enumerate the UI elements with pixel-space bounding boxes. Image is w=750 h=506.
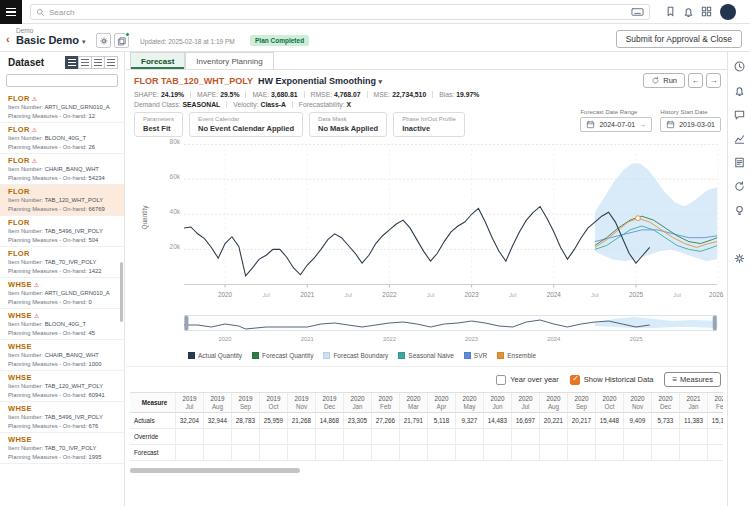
notification-bell-icon[interactable]	[682, 5, 695, 18]
table-cell[interactable]: 21,791	[400, 413, 428, 429]
table-cell[interactable]: 5,733	[652, 413, 680, 429]
view-grid-button[interactable]	[91, 56, 105, 69]
year-over-year-checkbox[interactable]	[496, 375, 506, 385]
table-cell[interactable]	[204, 429, 232, 445]
duplicate-plan-button[interactable]	[114, 33, 129, 48]
table-cell[interactable]: 32,944	[204, 413, 232, 429]
table-cell[interactable]	[204, 445, 232, 461]
table-cell[interactable]: 14,483	[484, 413, 512, 429]
table-cell[interactable]: 14,868	[316, 413, 344, 429]
scrollbar-thumb[interactable]	[130, 468, 300, 473]
plan-title-selector[interactable]: Basic Demo ▾	[16, 34, 86, 46]
setting-card[interactable]: Event Calendar No Event Calendar Applied	[189, 112, 303, 137]
table-cell[interactable]: 5,118	[428, 413, 456, 429]
table-cell[interactable]: 32,204	[176, 413, 204, 429]
dataset-list-item[interactable]: WHSE⚠ Item Number: TAB_70_IVR_POLY Plann…	[0, 433, 124, 464]
table-cell[interactable]	[428, 429, 456, 445]
table-cell[interactable]	[624, 445, 652, 461]
table-cell[interactable]	[372, 429, 400, 445]
table-cell[interactable]	[652, 429, 680, 445]
legend-item[interactable]: SVR	[464, 352, 487, 359]
global-search[interactable]	[30, 4, 650, 20]
table-cell[interactable]: 9,327	[456, 413, 484, 429]
setting-card[interactable]: Phase In/Out Profile Inactive	[393, 112, 465, 137]
table-cell[interactable]	[540, 429, 568, 445]
table-cell[interactable]	[652, 445, 680, 461]
dataset-list-item[interactable]: WHSE⚠ Item Number: ARTI_GLND_GRN010_A Pl…	[0, 278, 124, 309]
show-historical-toggle[interactable]: Show Historical Data	[570, 375, 654, 385]
table-cell[interactable]	[428, 445, 456, 461]
search-input[interactable]	[49, 8, 631, 17]
legend-item[interactable]: Forecast Quantity	[252, 352, 313, 359]
legend-item[interactable]: Ensemble	[497, 352, 536, 359]
table-cell[interactable]	[288, 429, 316, 445]
tab[interactable]: Inventory Planning	[185, 52, 273, 69]
table-cell[interactable]	[512, 429, 540, 445]
back-chevron-icon[interactable]: ‹	[6, 33, 10, 45]
table-cell[interactable]: 16,697	[512, 413, 540, 429]
table-cell[interactable]	[708, 445, 723, 461]
table-cell[interactable]	[596, 429, 624, 445]
table-cell[interactable]	[708, 429, 723, 445]
prev-item-button[interactable]: ←	[688, 73, 703, 88]
table-cell[interactable]	[344, 429, 372, 445]
table-cell[interactable]	[680, 445, 708, 461]
legend-item[interactable]: Forecast Boundary	[323, 352, 388, 359]
table-cell[interactable]	[512, 445, 540, 461]
view-list-button[interactable]	[65, 56, 79, 69]
table-cell[interactable]	[288, 445, 316, 461]
legend-item[interactable]: Seasonal Naive	[398, 352, 454, 359]
table-cell[interactable]	[400, 429, 428, 445]
table-cell[interactable]	[316, 429, 344, 445]
table-cell[interactable]	[316, 445, 344, 461]
chart-range-selector[interactable]: 2020 2021 2022 2023 2024 2025	[184, 314, 724, 344]
table-cell[interactable]	[176, 445, 204, 461]
menu-button[interactable]	[0, 0, 22, 24]
date-input[interactable]: 2019-03-01	[660, 117, 721, 132]
insights-bulb-icon[interactable]	[733, 204, 746, 217]
dataset-list-item[interactable]: WHSE⚠ Item Number: CHAIR_BANQ_WHT Planni…	[0, 340, 124, 371]
dataset-list-item[interactable]: WHSE⚠ Item Number: TAB_120_WHT_POLY Plan…	[0, 371, 124, 402]
table-cell[interactable]	[232, 429, 260, 445]
dataset-list-item[interactable]: FLOR⚠ Item Number: TAB_5496_IVR_POLY Pla…	[0, 216, 124, 247]
table-cell[interactable]	[456, 445, 484, 461]
table-cell[interactable]	[568, 429, 596, 445]
table-cell[interactable]: 23,305	[344, 413, 372, 429]
table-cell[interactable]	[484, 429, 512, 445]
table-horizontal-scrollbar[interactable]	[130, 468, 723, 474]
analytics-icon[interactable]	[733, 132, 746, 145]
table-cell[interactable]	[176, 429, 204, 445]
setting-card[interactable]: Parameters Best Fit	[134, 112, 183, 137]
table-cell[interactable]: 11,383	[680, 413, 708, 429]
table-cell[interactable]: 15,448	[596, 413, 624, 429]
setting-card[interactable]: Data Mask No Mask Applied	[309, 112, 387, 137]
alerts-bell-icon[interactable]	[733, 84, 746, 97]
brush-handle-left[interactable]	[184, 316, 188, 331]
table-cell[interactable]: 9,409	[624, 413, 652, 429]
dataset-list-item[interactable]: WHSE⚠ Item Number: BLOON_40G_T Planning …	[0, 309, 124, 340]
table-cell[interactable]: 20,217	[568, 413, 596, 429]
brush-handle-right[interactable]	[713, 316, 717, 331]
comments-icon[interactable]	[733, 108, 746, 121]
dataset-list-item[interactable]: FLOR⚠ Item Number: CHAIR_BANQ_WHT Planni…	[0, 154, 124, 185]
news-icon[interactable]	[733, 156, 746, 169]
table-cell[interactable]: 25,959	[260, 413, 288, 429]
legend-item[interactable]: Actual Quantity	[188, 352, 242, 359]
show-historical-checkbox[interactable]	[570, 375, 580, 385]
dataset-filter-input[interactable]	[6, 74, 118, 87]
table-cell[interactable]	[540, 445, 568, 461]
table-cell[interactable]	[372, 445, 400, 461]
sidebar-scrollbar[interactable]	[120, 262, 123, 322]
table-cell[interactable]: 28,783	[232, 413, 260, 429]
measures-button[interactable]: ≡ Measures	[664, 372, 721, 387]
sync-icon[interactable]	[733, 180, 746, 193]
run-button[interactable]: Run	[643, 73, 685, 88]
apps-grid-icon[interactable]	[700, 5, 713, 18]
table-cell[interactable]	[260, 445, 288, 461]
table-cell[interactable]: 27,266	[372, 413, 400, 429]
table-cell[interactable]	[624, 429, 652, 445]
settings-gear-icon[interactable]	[733, 252, 746, 265]
dataset-list-item[interactable]: FLOR⚠ Item Number: TAB_70_IVR_POLY Plann…	[0, 247, 124, 278]
submit-approval-button[interactable]: Submit for Approval & Close	[616, 30, 742, 48]
table-cell[interactable]: 21,268	[288, 413, 316, 429]
